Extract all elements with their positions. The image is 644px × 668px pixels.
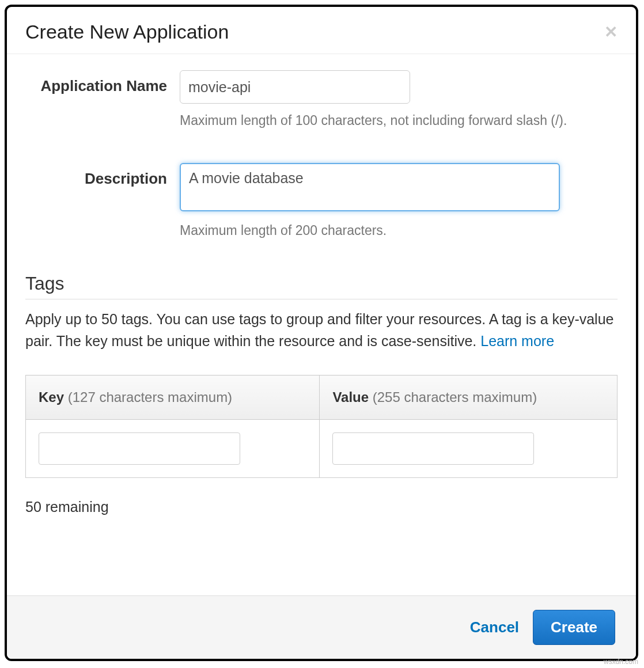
tag-value-input[interactable] xyxy=(332,432,534,465)
cancel-button[interactable]: Cancel xyxy=(470,618,519,636)
tags-remaining: 50 remaining xyxy=(25,499,618,515)
watermark: wsxdn.com xyxy=(604,658,638,666)
tags-description: Apply up to 50 tags. You can use tags to… xyxy=(25,309,618,352)
description-field-wrap: Maximum length of 200 characters. xyxy=(180,163,618,238)
description-row: Description Maximum length of 200 charac… xyxy=(25,163,618,238)
modal-header: Create New Application ✕ xyxy=(7,7,636,54)
learn-more-link[interactable]: Learn more xyxy=(480,333,554,349)
value-header-sub: (255 characters maximum) xyxy=(373,389,537,405)
key-header-sub: (127 characters maximum) xyxy=(68,389,232,405)
value-column-header: Value (255 characters maximum) xyxy=(320,375,618,420)
description-help: Maximum length of 200 characters. xyxy=(180,223,618,238)
modal-body: Application Name Maximum length of 100 c… xyxy=(7,54,636,595)
create-application-modal: Create New Application ✕ Application Nam… xyxy=(5,5,638,661)
value-header-label: Value xyxy=(332,389,372,405)
key-header-label: Key xyxy=(39,389,68,405)
tag-key-input[interactable] xyxy=(39,432,240,465)
app-name-label: Application Name xyxy=(25,70,180,95)
app-name-row: Application Name Maximum length of 100 c… xyxy=(25,70,618,128)
tags-heading: Tags xyxy=(25,273,618,299)
value-cell xyxy=(320,420,618,478)
modal-footer: Cancel Create xyxy=(7,595,636,659)
create-button[interactable]: Create xyxy=(533,610,615,645)
key-cell xyxy=(26,420,320,478)
key-column-header: Key (127 characters maximum) xyxy=(26,375,320,420)
description-input[interactable] xyxy=(180,163,560,211)
table-row xyxy=(26,420,618,478)
tags-table: Key (127 characters maximum) Value (255 … xyxy=(25,375,618,478)
close-icon[interactable]: ✕ xyxy=(604,24,618,40)
modal-title: Create New Application xyxy=(25,21,229,43)
app-name-help: Maximum length of 100 characters, not in… xyxy=(180,113,618,128)
description-label: Description xyxy=(25,163,180,188)
tags-header-row: Key (127 characters maximum) Value (255 … xyxy=(26,375,618,420)
app-name-input[interactable] xyxy=(180,70,410,104)
app-name-field-wrap: Maximum length of 100 characters, not in… xyxy=(180,70,618,128)
